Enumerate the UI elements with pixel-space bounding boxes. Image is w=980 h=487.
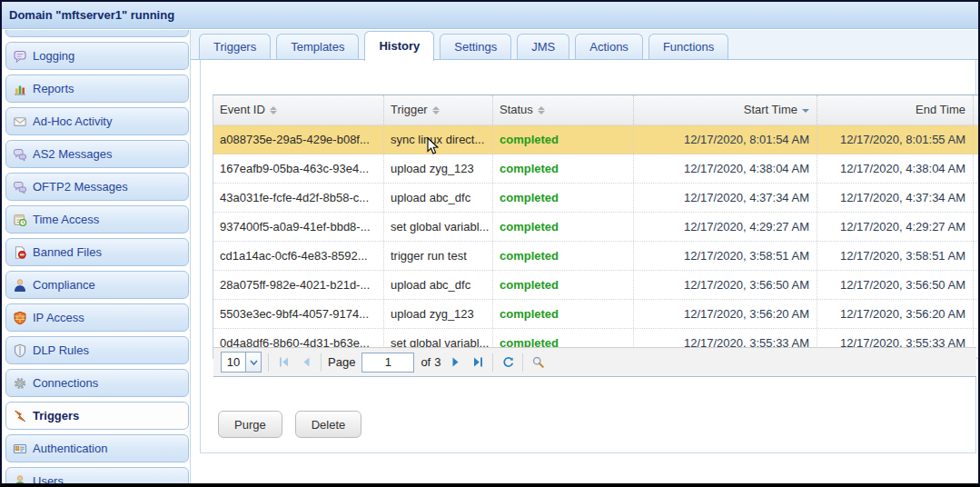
sidebar-item-authentication[interactable]: Authentication xyxy=(5,434,189,462)
cell-status[interactable]: completed xyxy=(493,184,634,212)
cell-status[interactable]: completed xyxy=(493,213,634,241)
column-header-status[interactable]: Status xyxy=(493,95,634,124)
column-header-event-id[interactable]: Event ID xyxy=(213,95,384,124)
message-bubbles-icon xyxy=(13,147,27,162)
cell-status[interactable]: completed xyxy=(493,125,634,154)
cell-start-time[interactable]: 12/17/2020, 3:58:51 AM xyxy=(634,242,817,270)
table-row[interactable]: 167eafb9-05ba-463c-93e4...upload zyg_123… xyxy=(213,154,980,184)
cell-event-id[interactable]: 43a031fe-fcfe-4d2f-8b58-c... xyxy=(213,184,384,212)
last-page-icon[interactable] xyxy=(470,354,486,371)
history-table: Event IDTriggerStatusStart TimeEnd Time … xyxy=(213,94,980,359)
cell-end-time[interactable]: 12/17/2020, 3:58:51 AM xyxy=(817,242,974,270)
sidebar-item-dlp-rules[interactable]: DLP Rules xyxy=(5,336,189,364)
table-row[interactable]: 28a075ff-982e-4021-b21d-...upload abc_df… xyxy=(213,271,980,300)
cell-trigger[interactable]: upload zyg_123 xyxy=(384,154,493,183)
sort-both-icon xyxy=(538,106,545,114)
cell-event-id[interactable]: 5503e3ec-9bf4-4057-9174... xyxy=(213,300,384,328)
next-page-icon[interactable] xyxy=(447,354,463,371)
tab-triggers[interactable]: Triggers xyxy=(199,34,271,59)
cell-status[interactable]: completed xyxy=(493,242,634,270)
cell-trigger[interactable]: upload zyg_123 xyxy=(384,300,493,328)
sidebar-item-time-access[interactable]: Time Access xyxy=(5,205,189,234)
sidebar-item-users[interactable]: Users xyxy=(5,467,189,483)
cell-status[interactable]: completed xyxy=(493,300,634,328)
column-header-trigger[interactable]: Trigger xyxy=(384,95,493,124)
first-page-icon[interactable] xyxy=(275,354,292,371)
sidebar-item-ad-hoc-activity[interactable]: Ad-Hoc Activity xyxy=(5,107,189,135)
prev-page-icon[interactable] xyxy=(298,354,314,371)
cell-end-time[interactable]: 12/17/2020, 3:56:20 AM xyxy=(817,300,974,328)
sidebar: KeysLoggingReportsAd-Hoc ActivityAS2 Mes… xyxy=(5,30,189,483)
cell-start-time[interactable]: 12/17/2020, 3:56:50 AM xyxy=(634,271,817,299)
sidebar-item-logging[interactable]: Logging xyxy=(5,42,189,70)
cell-end-time[interactable]: 12/17/2020, 3:56:50 AM xyxy=(817,271,974,299)
cell-end-time[interactable]: 12/17/2020, 4:38:04 AM xyxy=(817,154,974,183)
message-bubbles-icon xyxy=(13,180,27,194)
tab-templates[interactable]: Templates xyxy=(276,34,359,59)
column-header-start-time[interactable]: Start Time xyxy=(634,95,817,124)
cell-start-time[interactable]: 12/17/2020, 4:38:04 AM xyxy=(634,154,817,183)
cell-end-time[interactable]: 12/17/2020, 4:29:27 AM xyxy=(817,213,974,241)
sidebar-item-connections[interactable]: Connections xyxy=(5,369,189,397)
tab-settings[interactable]: Settings xyxy=(440,34,511,59)
page-size-select[interactable]: 10 xyxy=(221,352,262,373)
sidebar-item-triggers[interactable]: Triggers xyxy=(5,402,189,430)
cell-trigger[interactable]: upload abc_dfc xyxy=(384,184,493,212)
person-green-icon xyxy=(13,474,27,484)
cell-trigger[interactable]: trigger run test xyxy=(384,242,493,270)
page-size-value: 10 xyxy=(222,355,245,369)
table-row[interactable]: 5503e3ec-9bf4-4057-9174...upload zyg_123… xyxy=(213,300,980,329)
cell-trigger[interactable]: sync linux direct... xyxy=(384,125,493,154)
cell-filler xyxy=(974,125,980,154)
sidebar-item-oftp2-messages[interactable]: OFTP2 Messages xyxy=(5,173,189,201)
chat-bubble-icon xyxy=(13,49,27,64)
cell-start-time[interactable]: 12/17/2020, 4:29:27 AM xyxy=(634,213,817,241)
cell-end-time[interactable]: 12/17/2020, 4:37:34 AM xyxy=(817,184,974,212)
column-label: Status xyxy=(500,103,533,116)
table-row[interactable]: a088735e-29a5-429e-b08f...sync linux dir… xyxy=(213,125,980,154)
cell-trigger[interactable]: set global variabl... xyxy=(384,213,493,241)
cell-event-id[interactable]: a088735e-29a5-429e-b08f... xyxy=(213,125,384,154)
tab-functions[interactable]: Functions xyxy=(648,34,728,59)
table-row[interactable]: 43a031fe-fcfe-4d2f-8b58-c...upload abc_d… xyxy=(213,184,980,213)
cell-end-time[interactable]: 12/17/2020, 8:01:55 AM xyxy=(817,125,974,154)
page-number-input[interactable] xyxy=(361,353,414,373)
cell-event-id[interactable]: cd1a14ac-0cf6-4e83-8592... xyxy=(213,242,384,270)
total-pages: 3 xyxy=(434,355,441,369)
cell-filler xyxy=(974,271,980,299)
sort-desc-icon xyxy=(802,109,809,113)
person-blue-icon xyxy=(13,278,27,293)
table-row[interactable]: cd1a14ac-0cf6-4e83-8592...trigger run te… xyxy=(213,242,980,271)
cell-event-id[interactable]: 167eafb9-05ba-463c-93e4... xyxy=(213,154,384,183)
table-row[interactable]: 937400f5-a0a9-41ef-bbd8-...set global va… xyxy=(213,213,980,242)
sidebar-item-reports[interactable]: Reports xyxy=(5,75,189,103)
search-icon[interactable] xyxy=(530,354,546,371)
sidebar-item-compliance[interactable]: Compliance xyxy=(5,271,189,299)
sidebar-item-label: Users xyxy=(33,474,64,483)
separator xyxy=(321,353,322,372)
cell-trigger[interactable]: upload abc_dfc xyxy=(384,271,493,299)
cell-event-id[interactable]: 28a075ff-982e-4021-b21d-... xyxy=(213,271,384,299)
file-minus-icon xyxy=(13,245,27,260)
cell-start-time[interactable]: 12/17/2020, 4:37:34 AM xyxy=(634,184,817,212)
tab-jms[interactable]: JMS xyxy=(517,34,569,59)
refresh-icon[interactable] xyxy=(500,354,516,371)
purge-button[interactable]: Purge xyxy=(218,411,282,438)
cell-event-id[interactable]: 937400f5-a0a9-41ef-bbd8-... xyxy=(213,213,384,241)
tab-actions[interactable]: Actions xyxy=(575,34,643,59)
cell-start-time[interactable]: 12/17/2020, 8:01:54 AM xyxy=(634,125,817,154)
sidebar-item-keys[interactable]: Keys xyxy=(5,30,189,37)
sidebar-item-as2-messages[interactable]: AS2 Messages xyxy=(5,140,189,168)
tab-history[interactable]: History xyxy=(364,31,434,61)
sidebar-item-banned-files[interactable]: Banned Files xyxy=(5,238,189,266)
delete-button[interactable]: Delete xyxy=(295,411,362,438)
trigger-flash-icon xyxy=(13,409,27,423)
sidebar-item-label: Ad-Hoc Activity xyxy=(33,114,112,128)
column-label: Event ID xyxy=(220,103,265,116)
column-header-end-time[interactable]: End Time xyxy=(817,95,974,124)
separator xyxy=(268,353,269,372)
cell-start-time[interactable]: 12/17/2020, 3:56:20 AM xyxy=(634,300,817,328)
cell-status[interactable]: completed xyxy=(493,154,634,183)
sidebar-item-ip-access[interactable]: IP Access xyxy=(5,303,189,332)
cell-status[interactable]: completed xyxy=(493,271,634,299)
